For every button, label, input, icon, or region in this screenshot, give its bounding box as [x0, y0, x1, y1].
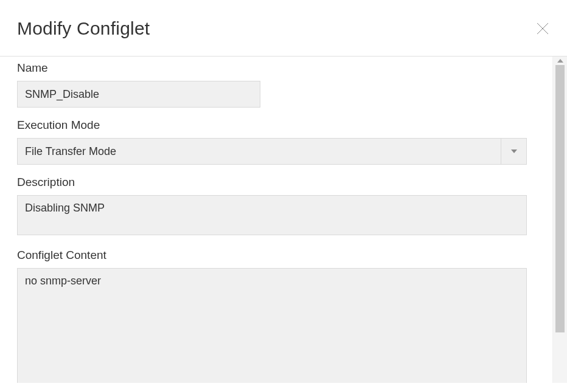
modal-title: Modify Configlet [17, 18, 150, 39]
name-input[interactable] [17, 81, 260, 108]
form-content: Name Execution Mode File Transfer Mode D… [0, 57, 552, 383]
chevron-up-icon [557, 59, 563, 63]
configlet-content-label: Configlet Content [17, 249, 535, 262]
execution-mode-caret [501, 139, 526, 164]
execution-mode-value: File Transfer Mode [18, 139, 501, 164]
configlet-content-field-group: Configlet Content [17, 249, 535, 383]
configlet-content-input[interactable] [17, 268, 527, 383]
execution-mode-field-group: Execution Mode File Transfer Mode [17, 119, 535, 165]
description-label: Description [17, 176, 535, 189]
scrollbar[interactable] [552, 57, 567, 383]
scroll-up-button[interactable] [553, 57, 567, 65]
name-label: Name [17, 61, 535, 75]
svg-marker-2 [511, 150, 517, 153]
svg-marker-3 [557, 59, 563, 63]
execution-mode-select[interactable]: File Transfer Mode [17, 138, 527, 165]
execution-mode-label: Execution Mode [17, 119, 535, 132]
modal-header: Modify Configlet [0, 0, 567, 57]
name-field-group: Name [17, 61, 535, 108]
scroll-thumb[interactable] [555, 65, 565, 332]
chevron-down-icon [511, 150, 517, 153]
modal-body: Name Execution Mode File Transfer Mode D… [0, 57, 567, 383]
close-button[interactable] [535, 21, 550, 36]
close-icon [536, 22, 549, 35]
description-input[interactable] [17, 195, 527, 235]
description-field-group: Description [17, 176, 535, 238]
